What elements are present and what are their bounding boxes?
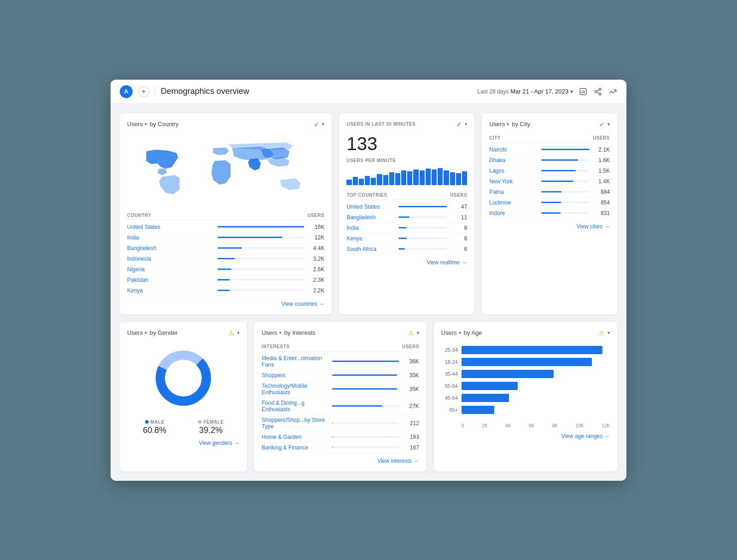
share-icon[interactable] — [593, 87, 602, 96]
interests-warn-icon: ⚠ — [408, 329, 414, 337]
male-dot — [145, 420, 149, 424]
country-menu-dropdown[interactable]: ▾ — [322, 122, 324, 127]
age-axis: 02K4K6K8K10K12K — [441, 423, 610, 428]
table-row: Bangladesh 11 — [346, 212, 467, 223]
svg-line-8 — [597, 89, 599, 91]
realtime-per-minute-label: USERS PER MINUTE — [346, 158, 467, 163]
country-rows: United States 16K India 12K Bangladesh 4… — [127, 222, 324, 296]
view-genders-link[interactable]: View genders → — [127, 440, 240, 446]
city-menu-dropdown[interactable]: ▾ — [608, 122, 610, 127]
report-icon[interactable] — [579, 87, 588, 96]
interests-table: INTERESTS USERS Media & Enter...nimation… — [262, 342, 419, 453]
realtime-check-icon: ✓ — [456, 121, 462, 128]
avatar[interactable]: A — [120, 85, 133, 98]
trending-icon[interactable] — [608, 87, 617, 96]
city-rows: Nairobi 2.1K Dhaka 1.6K Lagos 1.5K New Y… — [489, 145, 610, 219]
mini-bar — [413, 169, 418, 185]
top-row: Users ▾ by Country ✓ ▾ — [120, 113, 617, 315]
male-label: MALE — [151, 420, 164, 425]
interests-menu-dropdown[interactable]: ▾ — [417, 330, 419, 335]
interests-rows: Media & Enter...nimation Fans 36K Shoppe… — [262, 353, 419, 453]
view-cities-link[interactable]: View cities → — [489, 223, 610, 230]
table-row: United States 16K — [127, 222, 324, 233]
date-range-label: Last 28 days — [477, 88, 509, 95]
interests-card-title: Users ▾ by Interests — [262, 329, 315, 336]
mini-bar — [359, 179, 364, 185]
mini-bar — [377, 174, 382, 185]
age-row: 65+ — [441, 406, 610, 414]
svg-point-6 — [599, 93, 601, 95]
country-check-icon: ✓ — [314, 121, 319, 128]
table-row: Pakistan 2.3K — [127, 275, 324, 286]
city-check-icon: ✓ — [599, 121, 605, 128]
female-legend: FEMALE 39.2% — [198, 420, 224, 435]
age-card-title: Users ▾ by Age — [441, 329, 482, 336]
realtime-card: USERS IN LAST 30 MINUTES ✓ ▾ 133 USERS P… — [339, 113, 474, 315]
mini-bar — [389, 172, 394, 185]
city-dropdown[interactable]: ▾ — [507, 122, 509, 127]
gender-dropdown[interactable]: ▾ — [145, 330, 147, 335]
age-row: 18-24 — [441, 358, 610, 366]
view-interests-link[interactable]: View interests → — [262, 458, 419, 464]
table-row: India 8 — [346, 223, 467, 233]
table-row: Shoppers 35K — [262, 370, 419, 381]
country-dropdown[interactable]: ▾ — [145, 122, 147, 127]
age-menu-dropdown[interactable]: ▾ — [608, 330, 610, 335]
realtime-count: 133 — [346, 134, 467, 154]
age-title-row: Users ▾ by Age — [441, 329, 482, 336]
table-row: Bangladesh 4.4K — [127, 243, 324, 254]
interests-card: Users ▾ by Interests ⚠ ▾ INTERESTS USERS — [254, 322, 427, 472]
gender-menu-dropdown[interactable]: ▾ — [237, 330, 240, 335]
app-window: A + Demographics overview Last 28 days M… — [111, 80, 626, 481]
table-row: Lagos 1.5K — [489, 166, 610, 176]
age-warn-icon: ⚠ — [599, 329, 605, 337]
realtime-bar-chart — [346, 167, 467, 185]
mini-bar — [353, 177, 358, 185]
realtime-table: TOP COUNTRIES USERS United States 47 Ban… — [346, 191, 467, 255]
mini-bar — [365, 176, 370, 185]
mini-bar — [438, 168, 443, 185]
gender-title-row: Users ▾ by Gender — [127, 329, 178, 336]
table-row: Nigeria 2.6K — [127, 264, 324, 275]
table-row: New York 1.4K — [489, 176, 610, 187]
table-row: Nairobi 2.1K — [489, 145, 610, 155]
realtime-table-header: TOP COUNTRIES USERS — [346, 191, 467, 200]
age-dropdown[interactable]: ▾ — [459, 330, 461, 335]
mini-bar — [462, 171, 467, 185]
female-dot — [198, 420, 202, 424]
male-value: 60.8% — [143, 426, 166, 435]
mini-bar — [395, 173, 400, 185]
age-row: 25-34 — [441, 346, 610, 354]
date-dropdown-icon[interactable]: ▾ — [570, 88, 573, 95]
city-card-title: Users ▾ by City — [489, 121, 530, 128]
interests-dropdown[interactable]: ▾ — [279, 330, 281, 335]
date-range-selector[interactable]: Last 28 days Mar 21 - Apr 17, 2023 ▾ — [477, 88, 573, 95]
realtime-rows: United States 47 Bangladesh 11 India 8 K… — [346, 202, 467, 255]
age-card: Users ▾ by Age ⚠ ▾ 25-34 18-24 3 — [434, 322, 617, 472]
gender-card-header: Users ▾ by Gender ⚠ ▾ — [127, 329, 240, 337]
table-row: Home & Garden 193 — [262, 432, 419, 443]
view-age-ranges-link[interactable]: View age ranges → — [441, 433, 610, 439]
mini-bar — [456, 173, 461, 185]
realtime-card-header: USERS IN LAST 30 MINUTES ✓ ▾ — [346, 121, 467, 128]
female-value: 39.2% — [199, 426, 222, 435]
country-table: COUNTRY USERS United States 16K India 12… — [127, 211, 324, 296]
city-card-header: Users ▾ by City ✓ ▾ — [489, 121, 610, 128]
svg-point-4 — [599, 88, 601, 90]
view-realtime-link[interactable]: View realtime → — [346, 259, 467, 266]
age-row: 45-54 — [441, 394, 610, 402]
male-legend: MALE 60.8% — [143, 420, 166, 435]
interests-title-row: Users ▾ by Interests — [262, 329, 315, 336]
table-row: Lucknow 854 — [489, 198, 610, 208]
realtime-menu-dropdown[interactable]: ▾ — [465, 122, 467, 127]
table-row: Technology/Mobile Enthusiasts 35K — [262, 381, 419, 398]
view-countries-link[interactable]: View countries → — [127, 301, 324, 307]
header-right: Last 28 days Mar 21 - Apr 17, 2023 ▾ — [477, 87, 617, 96]
age-row: 35-44 — [441, 370, 610, 378]
add-button[interactable]: + — [138, 86, 149, 97]
country-card-title: Users ▾ by Country — [127, 121, 179, 128]
bottom-row: Users ▾ by Gender ⚠ ▾ — [120, 322, 617, 472]
age-bar-chart: 25-34 18-24 35-44 55-64 45-54 65+ — [441, 342, 610, 421]
header: A + Demographics overview Last 28 days M… — [111, 80, 626, 104]
dashboard-content: Users ▾ by Country ✓ ▾ — [111, 104, 626, 481]
